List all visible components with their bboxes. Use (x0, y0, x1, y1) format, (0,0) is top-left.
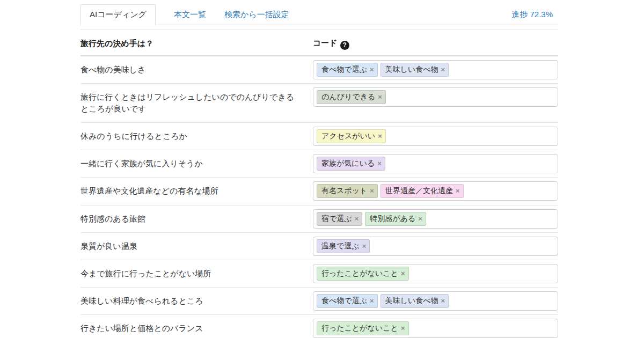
code-tag: 美味しい食べ物× (380, 63, 449, 77)
table-row: 世界遺産や文化遺産などの有名な場所有名スポット×世界遺産／文化遺産× (80, 178, 558, 205)
remove-tag-icon[interactable]: × (456, 187, 460, 194)
table-header-row: 旅行先の決め手は？ コード? (80, 30, 558, 56)
code-tag-label: アクセスがいい (321, 131, 375, 141)
code-cell: 食べ物で選ぶ×美味しい食べ物× (313, 288, 558, 315)
code-tag-label: 温泉で選ぶ (321, 241, 360, 251)
code-tag-input[interactable]: 温泉で選ぶ× (313, 237, 558, 256)
progress-indicator: 進捗 72.3% (511, 5, 558, 25)
code-tag-label: 宿で選ぶ (321, 214, 352, 224)
code-tag-input[interactable]: アクセスがいい× (313, 127, 558, 146)
answer-text: 世界遺産や文化遺産などの有名な場所 (80, 178, 313, 205)
code-tag-label: 美味しい食べ物 (385, 296, 438, 306)
code-tag: 特別感がある× (365, 212, 426, 226)
code-tag-input[interactable]: のんびりできる× (313, 87, 558, 107)
code-tag: 食べ物で選ぶ× (317, 294, 378, 308)
code-tag-label: 行ったことがないこと (321, 269, 398, 278)
code-tag: 行ったことがないこと× (317, 267, 409, 281)
code-cell: 食べ物で選ぶ×美味しい食べ物× (313, 56, 558, 84)
remove-tag-icon[interactable]: × (441, 297, 445, 304)
table-row: 泉質が良い温泉温泉で選ぶ× (80, 232, 558, 260)
answer-text: 休みのうちに行けるところか (80, 123, 313, 150)
question-title: 旅行先の決め手は？ (80, 30, 313, 56)
tab-ai-coding[interactable]: AIコーディング (80, 4, 156, 25)
code-column-header: コード? (313, 30, 558, 56)
table-row: 食べ物の美味しさ食べ物で選ぶ×美味しい食べ物× (80, 56, 558, 84)
code-tag: 美味しい食べ物× (380, 294, 449, 308)
table-row: 旅行に行くときはリフレッシュしたいのでのんびりできるところが良いですのんびりでき… (80, 83, 558, 122)
code-tag-input[interactable]: 食べ物で選ぶ×美味しい食べ物× (313, 60, 558, 79)
code-tag: 家族が気にいる× (317, 157, 385, 171)
code-column-label: コード (313, 38, 338, 47)
table-row: 休みのうちに行けるところかアクセスがいい× (80, 123, 558, 150)
coding-page: AIコーディング 本文一覧 検索から一括設定 進捗 72.3% 旅行先の決め手は… (0, 0, 644, 338)
code-tag-input[interactable]: 食べ物で選ぶ×美味しい食べ物× (313, 291, 558, 311)
code-tag: 食べ物で選ぶ× (317, 63, 378, 77)
coding-table: 旅行先の決め手は？ コード? 食べ物の美味しさ食べ物で選ぶ×美味しい食べ物×旅行… (80, 30, 558, 338)
remove-tag-icon[interactable]: × (418, 215, 422, 222)
answer-text: 特別感のある旅館 (80, 205, 313, 232)
remove-tag-icon[interactable]: × (370, 66, 374, 73)
code-tag-label: 食べ物で選ぶ (321, 65, 367, 75)
remove-tag-icon[interactable]: × (401, 325, 405, 332)
remove-tag-icon[interactable]: × (370, 297, 374, 304)
tab-bulk-set-from-search[interactable]: 検索から一括設定 (224, 5, 289, 25)
code-tag-input[interactable]: 家族が気にいる× (313, 154, 558, 173)
code-cell: アクセスがいい× (313, 123, 558, 150)
code-tag-label: 世界遺産／文化遺産 (385, 186, 453, 196)
code-tag-label: 美味しい食べ物 (385, 65, 438, 75)
code-cell: 家族が気にいる× (313, 150, 558, 178)
code-tag: 行ったことがないこと× (317, 321, 409, 335)
code-tag: のんびりできる× (317, 90, 386, 104)
code-tag-label: 行ったことがないこと (321, 324, 398, 333)
help-icon[interactable]: ? (340, 41, 349, 50)
table-row: 美味しい料理が食べられるところ食べ物で選ぶ×美味しい食べ物× (80, 288, 558, 315)
remove-tag-icon[interactable]: × (355, 215, 359, 222)
code-tag-input[interactable]: 有名スポット×世界遺産／文化遺産× (313, 181, 558, 201)
answer-text: 泉質が良い温泉 (80, 232, 313, 260)
code-tag: アクセスがいい× (317, 129, 386, 143)
remove-tag-icon[interactable]: × (378, 93, 382, 100)
code-cell: 行ったことがないこと× (313, 260, 558, 288)
answer-text: 美味しい料理が食べられるところ (80, 288, 313, 315)
code-cell: 温泉で選ぶ× (313, 232, 558, 260)
answer-text: 一緒に行く家族が気に入りそうか (80, 150, 313, 178)
remove-tag-icon[interactable]: × (377, 160, 382, 167)
answer-text: 食べ物の美味しさ (80, 56, 313, 84)
tab-body-list[interactable]: 本文一覧 (174, 5, 206, 25)
code-tag: 宿で選ぶ× (317, 212, 362, 226)
answer-text: 行きたい場所と価格とのバランス (80, 315, 313, 338)
answer-text: 旅行に行くときはリフレッシュしたいのでのんびりできるところが良いです (80, 83, 313, 122)
tab-bar: AIコーディング 本文一覧 検索から一括設定 進捗 72.3% (80, 4, 558, 25)
remove-tag-icon[interactable]: × (401, 270, 405, 277)
remove-tag-icon[interactable]: × (362, 243, 367, 249)
rows-body: 食べ物の美味しさ食べ物で選ぶ×美味しい食べ物×旅行に行くときはリフレッシュしたい… (80, 56, 558, 338)
code-tag-label: 有名スポット (321, 186, 367, 196)
code-tag-label: 家族が気にいる (321, 159, 375, 168)
code-tag-input[interactable]: 行ったことがないこと× (313, 264, 558, 283)
table-row: 行きたい場所と価格とのバランス行ったことがないこと× (80, 315, 558, 338)
code-tag: 温泉で選ぶ× (317, 239, 370, 253)
answer-text: 今まで旅行に行ったことがない場所 (80, 260, 313, 288)
code-cell: のんびりできる× (313, 83, 558, 122)
code-tag-label: 特別感がある (370, 214, 415, 224)
code-cell: 行ったことがないこと× (313, 315, 558, 338)
code-tag: 世界遺産／文化遺産× (380, 184, 464, 198)
table-row: 一緒に行く家族が気に入りそうか家族が気にいる× (80, 150, 558, 178)
table-row: 特別感のある旅館宿で選ぶ×特別感がある× (80, 205, 558, 232)
code-tag: 有名スポット× (317, 184, 378, 198)
code-tag-input[interactable]: 宿で選ぶ×特別感がある× (313, 209, 558, 229)
code-tag-input[interactable]: 行ったことがないこと× (313, 319, 558, 338)
table-row: 今まで旅行に行ったことがない場所行ったことがないこと× (80, 260, 558, 288)
remove-tag-icon[interactable]: × (370, 187, 374, 194)
code-cell: 宿で選ぶ×特別感がある× (313, 205, 558, 232)
remove-tag-icon[interactable]: × (441, 66, 445, 73)
remove-tag-icon[interactable]: × (378, 133, 382, 139)
code-tag-label: 食べ物で選ぶ (321, 296, 367, 306)
code-tag-label: のんびりできる (321, 92, 375, 102)
code-cell: 有名スポット×世界遺産／文化遺産× (313, 178, 558, 205)
